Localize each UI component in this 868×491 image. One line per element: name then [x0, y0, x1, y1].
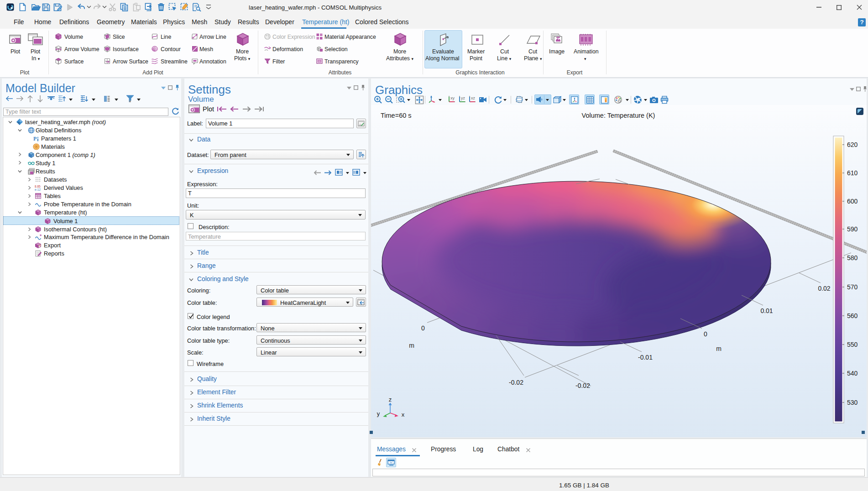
- svg-text:x: x: [402, 411, 405, 418]
- svg-text:560: 560: [847, 312, 858, 319]
- svg-text:z: z: [389, 396, 392, 403]
- svg-text:m: m: [409, 342, 414, 349]
- svg-text:0.02: 0.02: [818, 285, 830, 292]
- svg-text:-0.01: -0.01: [638, 354, 653, 361]
- svg-text:580: 580: [847, 254, 858, 261]
- svg-text:y: y: [377, 410, 380, 417]
- svg-text:0: 0: [421, 324, 425, 332]
- svg-text:540: 540: [847, 370, 858, 377]
- svg-text:530: 530: [847, 399, 858, 406]
- svg-text:m: m: [716, 345, 722, 352]
- svg-text:600: 600: [847, 198, 858, 205]
- svg-text:-0.02: -0.02: [509, 379, 523, 386]
- svg-text:e-12: e-12: [35, 188, 41, 191]
- svg-text:0.01: 0.01: [760, 307, 773, 314]
- svg-text:P: P: [33, 136, 37, 142]
- svg-text:620: 620: [847, 141, 858, 148]
- svg-text:-0.02: -0.02: [575, 382, 590, 389]
- svg-text:8.85: 8.85: [35, 185, 41, 188]
- svg-text:570: 570: [847, 283, 858, 291]
- svg-text:590: 590: [847, 225, 858, 233]
- svg-text:0: 0: [704, 330, 707, 338]
- svg-text:550: 550: [847, 341, 858, 348]
- svg-text:610: 610: [847, 169, 858, 177]
